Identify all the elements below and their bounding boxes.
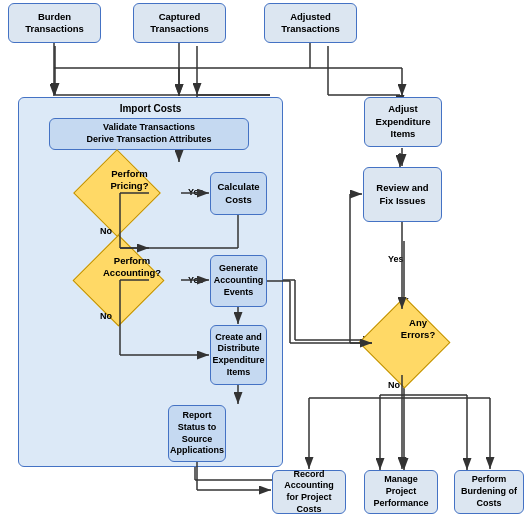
record-accounting-box: RecordAccountingfor ProjectCosts	[272, 470, 346, 514]
adjusted-transactions-box: Adjusted Transactions	[264, 3, 357, 43]
validate-transactions-label: Validate Transactions Derive Transaction…	[86, 122, 211, 145]
no-accounting-label: No	[100, 311, 112, 321]
manage-performance-box: ManageProjectPerformance	[364, 470, 438, 514]
generate-accounting-label: GenerateAccountingEvents	[214, 263, 264, 298]
manage-performance-label: ManageProjectPerformance	[373, 474, 428, 509]
adjust-expenditure-label: AdjustExpenditureItems	[376, 103, 431, 140]
perform-pricing-label: PerformPricing?	[99, 168, 159, 193]
report-status-box: ReportStatus toSourceApplications	[168, 405, 226, 462]
flowchart: Burden Transactions Captured Transaction…	[0, 0, 531, 518]
review-fix-box: Review andFix Issues	[363, 167, 442, 222]
adjust-expenditure-box: AdjustExpenditureItems	[364, 97, 442, 147]
any-errors-diamond: AnyErrors?	[359, 297, 451, 389]
perform-accounting-label: PerformAccounting?	[101, 255, 164, 280]
yes-review-label: Yes	[388, 254, 404, 264]
no-errors-label: No	[388, 380, 400, 390]
yes-pricing-label: Yes	[188, 187, 204, 197]
create-distribute-box: Create andDistributeExpenditureItems	[210, 325, 267, 385]
yes-accounting-label: Yes	[188, 275, 204, 285]
calculate-costs-label: CalculateCosts	[217, 181, 259, 206]
report-status-label: ReportStatus toSourceApplications	[170, 410, 224, 457]
review-fix-label: Review andFix Issues	[376, 182, 428, 207]
import-costs-label: Import Costs	[19, 103, 282, 114]
record-accounting-label: RecordAccountingfor ProjectCosts	[284, 469, 334, 516]
generate-accounting-box: GenerateAccountingEvents	[210, 255, 267, 307]
adjusted-transactions-label: Adjusted Transactions	[281, 11, 340, 36]
calculate-costs-box: CalculateCosts	[210, 172, 267, 215]
captured-transactions-label: Captured Transactions	[150, 11, 209, 36]
validate-transactions-box: Validate Transactions Derive Transaction…	[49, 118, 249, 150]
burden-transactions-box: Burden Transactions	[8, 3, 101, 43]
no-pricing-label: No	[100, 226, 112, 236]
create-distribute-label: Create andDistributeExpenditureItems	[212, 332, 264, 379]
any-errors-label: AnyErrors?	[387, 317, 450, 342]
burden-transactions-label: Burden Transactions	[9, 11, 100, 36]
perform-burdening-box: PerformBurdening ofCosts	[454, 470, 524, 514]
perform-burdening-label: PerformBurdening ofCosts	[461, 474, 517, 509]
captured-transactions-box: Captured Transactions	[133, 3, 226, 43]
